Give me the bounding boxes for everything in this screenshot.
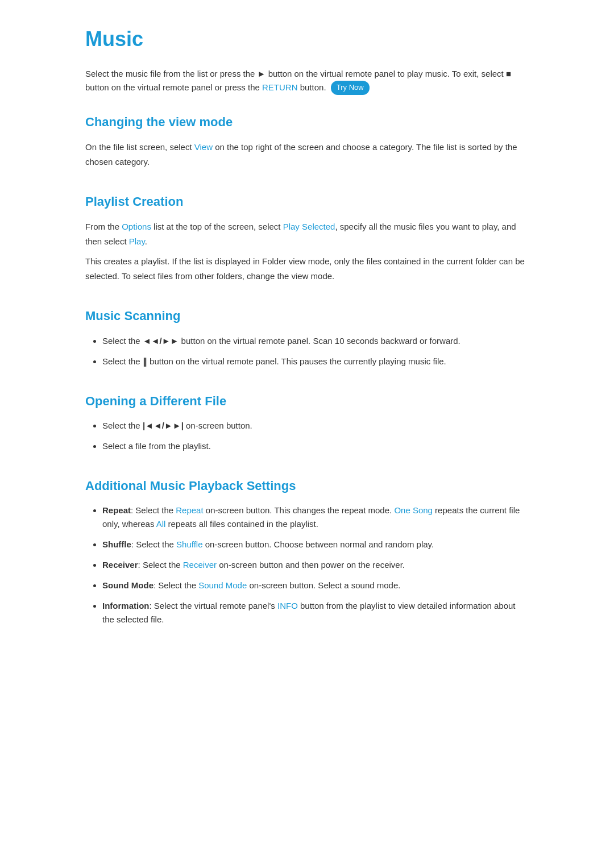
section-title-additional-music-playback: Additional Music Playback Settings	[85, 476, 529, 496]
intro-text-after: button.	[298, 82, 329, 92]
sound-mode-term: Sound Mode	[102, 580, 154, 590]
playlist-creation-paragraph-2: This creates a playlist. If the list is …	[85, 254, 529, 283]
list-item-repeat: Repeat: Select the Repeat on-screen butt…	[102, 504, 529, 531]
repeat-link[interactable]: Repeat	[176, 505, 203, 515]
view-link[interactable]: View	[194, 142, 213, 152]
section-body-changing-view-mode: On the file list screen, select View on …	[85, 140, 529, 169]
opening-different-file-list: Select the |◄◄/►►| on-screen button. Sel…	[85, 419, 529, 453]
list-item: Select the ◄◄/►► button on the virtual r…	[102, 334, 529, 348]
list-item-sound-mode: Sound Mode: Select the Sound Mode on-scr…	[102, 579, 529, 592]
information-term: Information	[102, 601, 150, 610]
additional-music-playback-list: Repeat: Select the Repeat on-screen butt…	[85, 504, 529, 626]
list-item: Select the |◄◄/►►| on-screen button.	[102, 419, 529, 433]
return-link[interactable]: RETURN	[262, 82, 298, 92]
section-changing-view-mode: Changing the view mode On the file list …	[85, 112, 529, 169]
section-title-changing-view-mode: Changing the view mode	[85, 112, 529, 132]
section-body-additional-music-playback: Repeat: Select the Repeat on-screen butt…	[85, 504, 529, 626]
repeat-term: Repeat	[102, 505, 131, 515]
list-item-information: Information: Select the virtual remote p…	[102, 599, 529, 626]
play-link[interactable]: Play	[129, 236, 145, 246]
list-item: Select a file from the playlist.	[102, 439, 529, 453]
section-body-music-scanning: Select the ◄◄/►► button on the virtual r…	[85, 334, 529, 368]
shuffle-term: Shuffle	[102, 539, 131, 549]
section-body-opening-different-file: Select the |◄◄/►►| on-screen button. Sel…	[85, 419, 529, 453]
section-title-playlist-creation: Playlist Creation	[85, 192, 529, 211]
section-additional-music-playback: Additional Music Playback Settings Repea…	[85, 476, 529, 626]
playlist-creation-paragraph-1: From the Options list at the top of the …	[85, 219, 529, 248]
list-item: Select the ‖ button on the virtual remot…	[102, 355, 529, 368]
section-opening-different-file: Opening a Different File Select the |◄◄/…	[85, 391, 529, 453]
section-playlist-creation: Playlist Creation From the Options list …	[85, 192, 529, 283]
music-scanning-list: Select the ◄◄/►► button on the virtual r…	[85, 334, 529, 368]
all-link[interactable]: All	[156, 519, 166, 529]
section-music-scanning: Music Scanning Select the ◄◄/►► button o…	[85, 306, 529, 368]
sound-mode-link[interactable]: Sound Mode	[198, 580, 247, 590]
list-item-shuffle: Shuffle: Select the Shuffle on-screen bu…	[102, 538, 529, 551]
options-link[interactable]: Options	[122, 222, 151, 231]
section-title-music-scanning: Music Scanning	[85, 306, 529, 326]
shuffle-link[interactable]: Shuffle	[176, 539, 202, 549]
section-body-playlist-creation: From the Options list at the top of the …	[85, 219, 529, 283]
receiver-link[interactable]: Receiver	[183, 560, 217, 570]
section-title-opening-different-file: Opening a Different File	[85, 391, 529, 411]
receiver-term: Receiver	[102, 560, 138, 570]
info-link[interactable]: INFO	[277, 601, 298, 610]
try-now-badge[interactable]: Try Now	[331, 81, 370, 95]
intro-paragraph: Select the music file from the list or p…	[85, 67, 529, 95]
page-title: Music	[85, 23, 529, 56]
one-song-link[interactable]: One Song	[394, 505, 433, 515]
list-item-receiver: Receiver: Select the Receiver on-screen …	[102, 558, 529, 572]
changing-view-mode-paragraph: On the file list screen, select View on …	[85, 140, 529, 169]
page-container: Music Select the music file from the lis…	[51, 0, 563, 683]
play-selected-link[interactable]: Play Selected	[283, 222, 335, 231]
